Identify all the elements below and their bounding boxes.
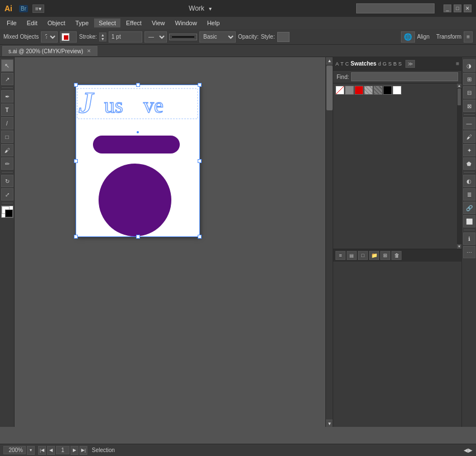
color-guide-button[interactable]: ◑ (463, 59, 475, 72)
menu-edit[interactable]: Edit (22, 18, 42, 27)
globe-icon-button[interactable]: 🌐 (401, 31, 415, 43)
panel-switcher-button[interactable]: ≡▾ (32, 4, 44, 13)
panel-icon-b[interactable]: B (393, 61, 396, 67)
panel-icon-s2[interactable]: S (398, 61, 402, 67)
pencil-tool-button[interactable]: ✏ (1, 157, 13, 170)
links-button[interactable]: 🔗 (463, 202, 475, 214)
menu-view[interactable]: View (147, 18, 170, 27)
menu-select[interactable]: Select (94, 18, 120, 27)
page-number-input[interactable] (56, 446, 69, 454)
swatches-scroll-down[interactable]: ▼ (457, 244, 461, 249)
appearance-button[interactable]: ◐ (463, 175, 475, 187)
libraries-button[interactable]: ⊞ (380, 251, 390, 260)
panel-icon-d[interactable]: d (378, 61, 381, 67)
swatches-scroll-up[interactable]: ▲ (457, 83, 461, 88)
swatch-black[interactable] (383, 86, 392, 95)
fill-box[interactable] (1, 206, 13, 218)
stroke-style-select[interactable]: Basic (199, 31, 236, 43)
symbols-panel-button[interactable]: ✦ (463, 144, 475, 156)
fill-color-button[interactable] (60, 31, 77, 43)
page-first-button[interactable]: |◀ (38, 446, 46, 455)
swatch-registration[interactable] (345, 86, 354, 95)
panel-menu-icon[interactable]: ≡ (456, 61, 459, 67)
panel-icon-g[interactable]: G (382, 61, 386, 67)
align-panel-button[interactable]: ⊟ (463, 86, 475, 99)
style-color-box[interactable] (277, 32, 290, 42)
document-close-icon[interactable]: ✕ (87, 48, 91, 54)
more-panels-button[interactable]: ⋯ (463, 246, 475, 258)
menu-window[interactable]: Window (171, 18, 202, 27)
artboard: J us ve (76, 85, 199, 236)
paintbrush-tool-button[interactable]: 🖌 (1, 144, 13, 156)
transform-panel-button[interactable]: ⊞ (463, 73, 475, 85)
swatches-scrollbar-thumb[interactable] (458, 89, 461, 105)
workspace-dropdown-arrow[interactable]: ▾ (209, 6, 212, 12)
stroke-panel-button[interactable]: — (463, 117, 475, 129)
canvas-area[interactable]: J us ve (15, 57, 333, 427)
object-props-button[interactable]: ℹ (463, 232, 475, 245)
page-prev-button[interactable]: ◀ (47, 446, 55, 455)
selection-tool-button[interactable]: ↖ (1, 59, 13, 72)
panel-icon-t[interactable]: T (340, 61, 344, 67)
more-options-button[interactable]: ≡ (464, 31, 473, 43)
stroke-up-button[interactable]: ▲▼ (99, 32, 106, 41)
direct-select-tool-button[interactable]: ↗ (1, 73, 13, 85)
document-tab[interactable]: s.ai @ 200% (CMYK/Preview) ✕ (2, 46, 97, 56)
close-button[interactable]: ✕ (464, 4, 472, 12)
panel-expand-button[interactable]: ≫ (405, 60, 415, 68)
layers-button[interactable]: ≣ (463, 188, 475, 201)
new-color-group-button[interactable]: ▤ (347, 251, 357, 260)
scrollbar-thumb[interactable] (326, 66, 333, 110)
swatch-none[interactable] (335, 86, 344, 95)
stroke-type-select[interactable]: — (144, 31, 167, 43)
menu-object[interactable]: Object (43, 18, 70, 27)
pen-tool-button[interactable]: ✒ (1, 90, 13, 103)
search-input[interactable] (356, 3, 435, 13)
scroll-up-arrow[interactable]: ▲ (326, 57, 333, 64)
minimize-button[interactable]: _ (444, 4, 451, 12)
type-tool-button[interactable]: T (1, 104, 13, 116)
svg-rect-3 (77, 89, 198, 119)
page-next-button[interactable]: ▶ (71, 446, 78, 455)
mixed-objects-select[interactable]: ? (41, 31, 58, 43)
brushes-panel-button[interactable]: 🖌 (463, 131, 475, 143)
align-button[interactable]: Align (417, 34, 430, 40)
panel-icon-a[interactable]: A (335, 61, 339, 67)
menu-help[interactable]: Help (203, 18, 225, 27)
canvas-vertical-scrollbar[interactable]: ▲ ▼ (325, 57, 333, 427)
status-right-arrow[interactable]: ▶ (468, 447, 473, 453)
panel-icon-s[interactable]: S (388, 61, 391, 67)
new-swatch-button[interactable]: □ (358, 251, 368, 260)
swatches-scrollbar[interactable]: ▲ ▼ (457, 83, 461, 249)
menu-file[interactable]: File (2, 18, 21, 27)
rotate-tool-button[interactable]: ↻ (1, 175, 13, 187)
artboards-button[interactable]: ⬜ (463, 215, 475, 227)
swatch-red[interactable] (354, 86, 363, 95)
shape-tool-button[interactable]: □ (1, 131, 13, 143)
swatch-pattern1[interactable] (364, 86, 373, 95)
swatch-white[interactable] (393, 86, 402, 95)
menu-type[interactable]: Type (71, 18, 94, 27)
swatch-pattern2[interactable] (374, 86, 382, 95)
transform-button[interactable]: Transform (436, 34, 461, 40)
maximize-button[interactable]: □ (454, 4, 461, 12)
text-selection-area: J us ve (76, 87, 199, 120)
zoom-input[interactable] (3, 446, 26, 454)
show-swatch-kinds-button[interactable]: ≡ (335, 251, 346, 260)
scroll-down-arrow[interactable]: ▼ (326, 420, 333, 427)
page-last-button[interactable]: ▶| (80, 446, 87, 455)
new-folder-button[interactable]: 📁 (369, 251, 379, 260)
graphic-styles-button[interactable]: ⬟ (463, 157, 475, 170)
status-left-arrow[interactable]: ◀ (464, 447, 468, 453)
zoom-dropdown[interactable]: ▾ (27, 446, 35, 455)
panel-icon-c[interactable]: C (346, 61, 349, 67)
menu-effect[interactable]: Effect (122, 18, 146, 27)
find-input[interactable] (351, 72, 458, 81)
line-tool-button[interactable]: / (1, 117, 13, 129)
delete-swatch-button[interactable]: 🗑 (391, 251, 402, 260)
bridge-logo[interactable]: Br (19, 5, 28, 12)
scale-tool-button[interactable]: ⤢ (1, 188, 13, 201)
swatches-tab-label[interactable]: Swatches (351, 61, 376, 67)
mixed-objects-label: Mixed Objects (3, 34, 39, 40)
pathfinder-button[interactable]: ⊠ (463, 100, 475, 112)
